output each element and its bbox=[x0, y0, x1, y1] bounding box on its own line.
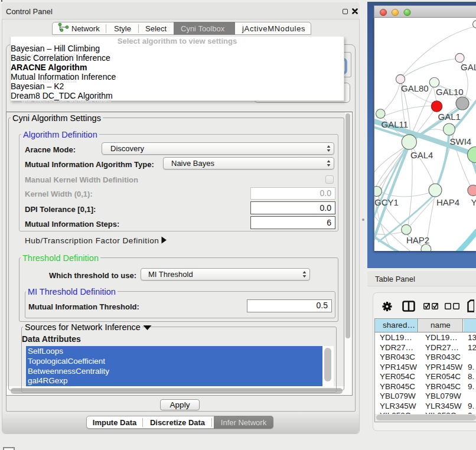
svg-text:HAP2: HAP2 bbox=[406, 235, 429, 245]
svg-text:GAL1: GAL1 bbox=[438, 112, 461, 122]
svg-text:GCY1: GCY1 bbox=[374, 197, 399, 207]
svg-text:GAL80: GAL80 bbox=[401, 83, 429, 93]
svg-text:Y: Y bbox=[471, 197, 476, 207]
svg-text:GAL4: GAL4 bbox=[410, 150, 433, 160]
svg-text:GAL: GAL bbox=[461, 62, 476, 72]
svg-text:SWI4: SWI4 bbox=[450, 136, 472, 146]
svg-text:GAL11: GAL11 bbox=[382, 119, 409, 129]
svg-text:HAP4: HAP4 bbox=[436, 197, 459, 207]
svg-text:GAL10: GAL10 bbox=[436, 87, 464, 97]
